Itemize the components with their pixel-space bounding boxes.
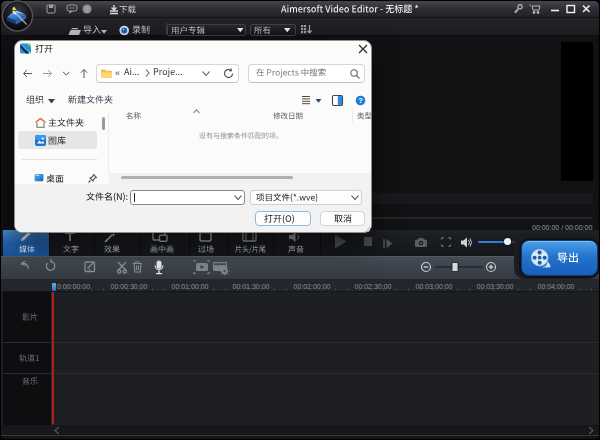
svg-text:?: ? <box>358 96 363 105</box>
svg-text:?: ? <box>85 6 89 13</box>
